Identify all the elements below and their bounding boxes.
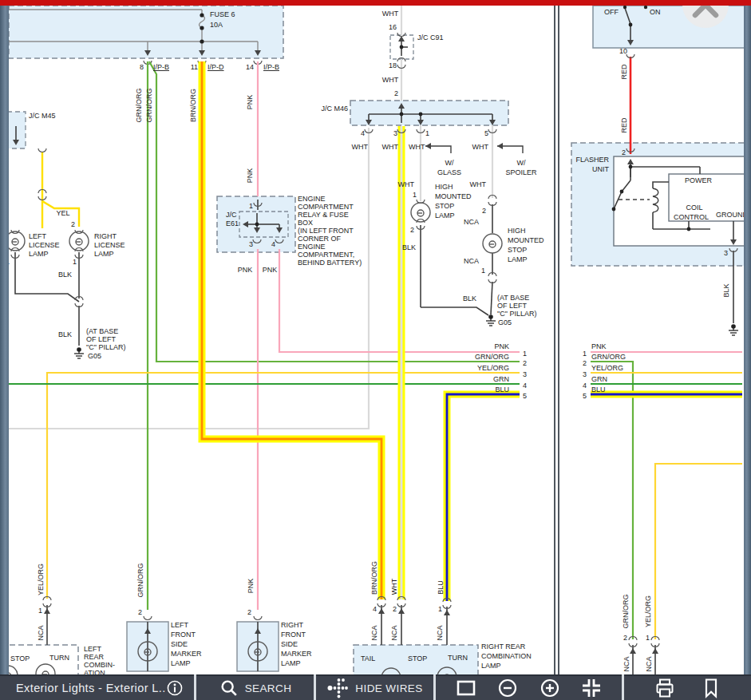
component-label: STOP bbox=[508, 246, 527, 254]
component-label: LEFT bbox=[29, 232, 47, 240]
pin-number: 4 bbox=[583, 382, 587, 390]
ground-note: OF LEFT bbox=[86, 335, 117, 343]
connector-link-ipd[interactable]: I/P-D bbox=[208, 63, 224, 71]
component-label: LAMP bbox=[281, 659, 301, 667]
pin-number: 2 bbox=[247, 608, 251, 616]
wire-label: WHT bbox=[382, 143, 399, 151]
wire-label: WHT bbox=[382, 10, 399, 18]
pin-number: 10 bbox=[619, 47, 627, 55]
component-label: ATION bbox=[84, 669, 105, 674]
pin-number: 5 bbox=[583, 392, 587, 400]
hide-wires-label: HIDE WIRES bbox=[355, 682, 422, 694]
flasher-label: UNIT bbox=[592, 165, 609, 173]
ground-note: (AT BASE bbox=[497, 294, 529, 302]
bus-label: GRN bbox=[493, 375, 509, 383]
zoom-in-button[interactable] bbox=[539, 677, 561, 699]
window-right-edge bbox=[744, 0, 751, 700]
wire-label: YEL bbox=[56, 209, 69, 217]
component-label: COMBIN- bbox=[84, 661, 115, 669]
wire-label: NCA bbox=[436, 625, 444, 640]
connector-link-ipb[interactable]: I/P-B bbox=[153, 63, 169, 71]
pin-number: 2 bbox=[410, 226, 414, 234]
pin-number: 1 bbox=[438, 605, 442, 613]
wire-label: GRN/ORG bbox=[135, 88, 143, 122]
pin-number: 1 bbox=[481, 267, 485, 275]
engine-note: RELAY & FUSE bbox=[298, 211, 349, 219]
component-label: LEFT bbox=[171, 621, 189, 629]
component-label: LAMP bbox=[171, 659, 191, 667]
pin-number: 2 bbox=[71, 220, 75, 228]
bus-label: PNK bbox=[494, 342, 509, 350]
wire-label: GRN/ORG bbox=[136, 563, 144, 597]
ground-id: G05 bbox=[498, 318, 512, 326]
component-label: LAMP bbox=[435, 212, 455, 219]
pin-number: 8 bbox=[140, 63, 144, 71]
pin-number: 1 bbox=[38, 607, 42, 615]
info-button[interactable] bbox=[165, 678, 184, 698]
pin-number: 1 bbox=[413, 191, 417, 199]
print-icon bbox=[654, 677, 676, 699]
ground-note: "C" PILLAR) bbox=[497, 310, 536, 318]
relay-coil-label: COIL bbox=[686, 204, 702, 212]
compress-icon bbox=[580, 677, 603, 699]
diagram-title-panel[interactable]: Exterior Lights - Exterior L... bbox=[0, 674, 194, 700]
zoom-out-button[interactable] bbox=[496, 677, 519, 699]
w-glass-label: W/ bbox=[445, 159, 454, 167]
wire-label: NCA bbox=[390, 625, 398, 640]
hide-wires-button[interactable]: HIDE WIRES bbox=[316, 674, 433, 700]
wire-label: PNK bbox=[238, 266, 253, 274]
bus-label: GRN bbox=[591, 375, 607, 383]
pin-number: 16 bbox=[389, 23, 397, 31]
pin-number: 2 bbox=[482, 207, 486, 215]
search-label: SEARCH bbox=[245, 682, 292, 694]
wire-label: GRN/ORG bbox=[145, 88, 153, 122]
wire-label: BLK bbox=[402, 243, 416, 251]
search-button[interactable]: SEARCH bbox=[196, 674, 314, 700]
print-button[interactable] bbox=[654, 677, 676, 699]
fuse-name: FUSE 6 bbox=[210, 10, 235, 18]
pin-number: 3 bbox=[393, 129, 397, 137]
jc-m46-label: J/C M46 bbox=[321, 105, 348, 113]
bookmark-button[interactable] bbox=[700, 677, 722, 699]
wire-label: WHT bbox=[390, 578, 398, 595]
bus-label: GRN/ORG bbox=[591, 353, 626, 361]
engine-note: ENGINE bbox=[298, 195, 326, 203]
component-label: LAMP bbox=[508, 255, 528, 263]
engine-note: COMPARTMENT bbox=[298, 203, 354, 211]
zoom-in-icon bbox=[539, 677, 561, 699]
pin-number: 3 bbox=[249, 240, 253, 248]
zoom-controls-panel bbox=[436, 674, 622, 700]
compress-view-button[interactable] bbox=[580, 677, 603, 699]
component-label: STOP bbox=[435, 202, 454, 210]
pin-number: 1 bbox=[73, 258, 77, 266]
lamp-function-label: TURN bbox=[448, 654, 468, 662]
pin-number: 1 bbox=[646, 634, 650, 642]
engine-note: BOX bbox=[298, 219, 313, 227]
zoom-out-icon bbox=[496, 677, 519, 699]
connector-link-ipb[interactable]: I/P-B bbox=[263, 63, 279, 71]
lamp-function-label: STOP bbox=[408, 655, 427, 662]
wire-label: WHT bbox=[472, 143, 489, 151]
wire-label: NCA bbox=[645, 656, 653, 671]
pin-number: 2 bbox=[583, 359, 587, 367]
engine-note: COMPARTMENT, bbox=[298, 251, 354, 259]
search-icon bbox=[219, 678, 239, 698]
fit-page-button[interactable] bbox=[455, 677, 477, 699]
fuse-rating: 10A bbox=[210, 21, 223, 29]
jc-e61-label: E61 bbox=[226, 219, 239, 227]
pin-number: 5 bbox=[484, 129, 488, 137]
component-label: LAMP bbox=[29, 250, 49, 258]
component-label: MOUNTED bbox=[508, 236, 544, 244]
wire-label: PNK bbox=[246, 168, 254, 184]
component-label: HIGH bbox=[508, 227, 526, 235]
component-label: LICENSE bbox=[29, 241, 60, 249]
pin-number: 2 bbox=[138, 608, 142, 616]
flasher-label: FLASHER bbox=[575, 156, 609, 164]
wire-label: BRN/ORG bbox=[189, 89, 197, 122]
w-spoiler-label: W/ bbox=[517, 159, 526, 167]
bookmark-icon bbox=[700, 677, 722, 699]
wire-label: WHT bbox=[470, 180, 487, 188]
component-label: LAMP bbox=[481, 662, 501, 670]
w-spoiler-label: SPOILER bbox=[505, 168, 537, 176]
jc-e61-label: J/C bbox=[226, 211, 237, 219]
